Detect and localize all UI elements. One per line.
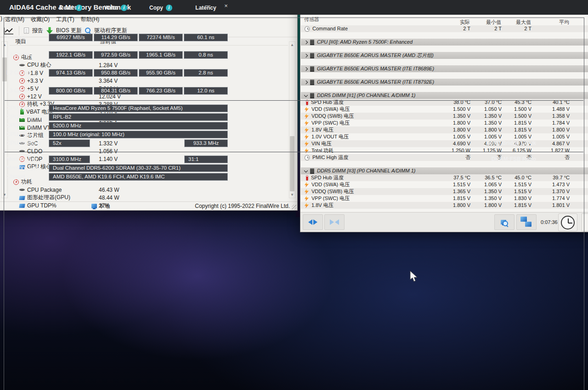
field-value: RPL-B2 [49,113,228,121]
read-value: 69927 MB/s [49,34,93,41]
field-label: CPU Stepping [6,113,41,121]
north-bridge-value: 933.3 MHz [184,139,228,147]
dram-fsb-label: DRAM:FSB Ratio [492,155,536,163]
desktop: — □ × ) 远程(M) 收藏(O) 工具(T) 帮助(H) 报告 BIOS … [0,0,588,390]
separator [5,100,583,101]
field-value: 5200.0 MHz [49,122,228,130]
field-value: 52x [49,139,90,147]
info-icon[interactable]: i [76,5,82,11]
field-label: CPU Multiplier [6,139,42,147]
field-label: CPU Type [6,104,31,112]
write-label: Write [104,5,118,11]
copy-column-header: Copy i [139,5,183,11]
latency-value: 2.8 ns [184,69,228,77]
field-value: 3100.0 MHz [49,155,90,163]
latency-value: 0.8 ns [184,51,228,59]
mouse-cursor [409,270,419,282]
dram-fsb-value: 31:1 [184,155,228,163]
copy-value: 1965.1 GB/s [139,51,183,59]
copy-value: 766.23 GB/s [139,87,183,95]
field-value: HexaCore AMD Ryzen 5 7500F (Raphael, Soc… [49,104,228,112]
field-value: Dual Channel DDR5-6200 SDRAM (30-37-35-7… [49,164,228,172]
info-icon[interactable]: i [121,5,127,11]
info-icon[interactable]: i [166,5,172,11]
field-label: CPU Clock [6,122,34,130]
read-label: Read [59,5,73,11]
latency-label: Latency [195,5,216,11]
field-value: 100.0 MHz (original: 100 MHz) [49,131,228,138]
result-row-label: L3 Cache [6,87,30,95]
field-label: CPU FSB [6,131,30,138]
latency-value: 60.1 ns [184,34,228,41]
write-value: 114.29 GB/s [94,34,138,41]
field-value: AMD B650E, AMD K19.6 FCH, AMD K19.6 IMC [49,173,228,181]
read-value: 800.00 GB/s [49,87,93,95]
copy-value: 72374 MB/s [139,34,183,41]
write-value: 804.31 GB/s [94,87,138,95]
north-bridge-label: North Bridge Clock [486,139,536,147]
read-value: 1922.1 GB/s [49,51,93,59]
benchmark-window: AIDA64 Cache & Memory Benchmark — × Read… [0,0,232,179]
result-row-label: Memory [6,34,26,41]
write-value: 950.88 GB/s [94,69,138,77]
write-value: 972.59 GB/s [94,51,138,59]
latency-value: 12.0 ns [184,87,228,95]
read-value: 974.13 GB/s [49,69,93,77]
field-label: Memory Bus [6,155,37,163]
copy-value: 955.90 GB/s [139,69,183,77]
separator [5,152,583,152]
field-label: Chipset [6,173,25,181]
latency-column-header: Latency [184,5,228,11]
write-column-header: Write i [94,5,138,11]
result-row-label: L1 Cache [6,51,30,59]
read-column-header: Read i [49,5,93,11]
field-label: Memory Type [6,164,40,172]
copy-label: Copy [149,5,163,11]
result-row-label: L2 Cache [6,69,30,77]
